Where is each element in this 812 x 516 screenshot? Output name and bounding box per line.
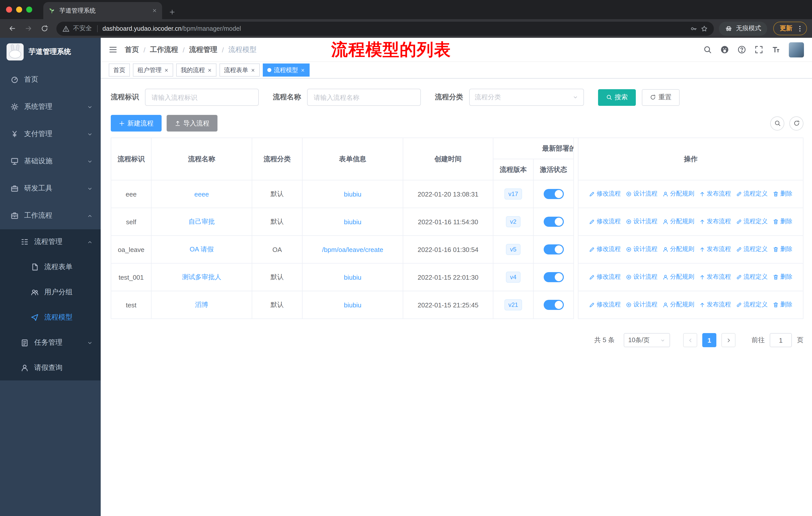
action-publish[interactable]: 发布流程 xyxy=(699,217,731,226)
process-name-input[interactable] xyxy=(307,89,421,106)
breadcrumb-item-workflow[interactable]: 工作流程 xyxy=(150,45,178,54)
sidebar-item-process-mgmt[interactable]: 流程管理 xyxy=(0,229,101,254)
action-design[interactable]: 设计流程 xyxy=(626,301,658,309)
breadcrumb-item-home[interactable]: 首页 xyxy=(125,45,139,54)
sidebar-item-payment[interactable]: 支付管理 xyxy=(0,120,101,147)
action-modify[interactable]: 修改流程 xyxy=(589,301,621,309)
tag-process-form[interactable]: 流程表单 xyxy=(220,63,260,77)
help-icon[interactable] xyxy=(737,45,746,54)
action-delete[interactable]: 删除 xyxy=(773,273,792,281)
forward-icon[interactable] xyxy=(21,21,35,35)
active-toggle[interactable] xyxy=(544,300,563,310)
sidebar-toggle-icon[interactable] xyxy=(109,45,117,54)
action-publish[interactable]: 发布流程 xyxy=(699,273,731,281)
action-definition[interactable]: 流程定义 xyxy=(736,217,768,226)
action-definition[interactable]: 流程定义 xyxy=(736,273,768,281)
action-modify[interactable]: 修改流程 xyxy=(589,245,621,254)
toggle-search-button[interactable] xyxy=(770,116,784,130)
sidebar-item-infrastructure[interactable]: 基础设施 xyxy=(0,147,101,175)
sidebar-item-process-form[interactable]: 流程表单 xyxy=(0,254,101,280)
action-design[interactable]: 设计流程 xyxy=(626,217,658,226)
sidebar-item-workflow[interactable]: 工作流程 xyxy=(0,202,101,229)
action-modify[interactable]: 修改流程 xyxy=(589,190,621,198)
sidebar-item-system[interactable]: 系统管理 xyxy=(0,93,101,120)
active-toggle[interactable] xyxy=(544,217,563,227)
zoom-window-button[interactable] xyxy=(26,6,32,12)
action-delete[interactable]: 删除 xyxy=(773,245,792,254)
action-assign[interactable]: 分配规则 xyxy=(663,190,694,198)
form-link[interactable]: /bpm/oa/leave/create xyxy=(322,246,383,253)
tag-close-icon[interactable] xyxy=(164,68,169,72)
form-link[interactable]: biubiu xyxy=(344,190,361,198)
close-window-button[interactable] xyxy=(6,6,12,12)
update-button[interactable]: 更新 xyxy=(773,22,807,35)
process-name-link[interactable]: 测试多审批人 xyxy=(182,273,221,281)
minimize-window-button[interactable] xyxy=(16,6,22,12)
address-bar[interactable]: 不安全 dashboard.yudao.iocoder.cn/bpm/manag… xyxy=(56,21,714,35)
process-name-link[interactable]: 滔博 xyxy=(195,301,208,308)
category-select[interactable]: 流程分类 xyxy=(469,89,584,106)
sidebar-item-dev-tools[interactable]: 研发工具 xyxy=(0,175,101,202)
search-icon[interactable] xyxy=(703,45,712,54)
action-design[interactable]: 设计流程 xyxy=(626,245,658,254)
sidebar-item-task-mgmt[interactable]: 任务管理 xyxy=(0,330,101,355)
goto-page-input[interactable] xyxy=(770,333,792,347)
action-assign[interactable]: 分配规则 xyxy=(663,301,694,309)
process-name-link[interactable]: OA 请假 xyxy=(190,245,213,253)
tag-tenant-mgmt[interactable]: 租户管理 xyxy=(133,63,173,77)
action-publish[interactable]: 发布流程 xyxy=(699,301,731,309)
active-toggle[interactable] xyxy=(544,189,563,199)
action-assign[interactable]: 分配规则 xyxy=(663,273,694,281)
font-size-icon[interactable] xyxy=(772,45,780,54)
new-tab-button[interactable] xyxy=(169,9,175,15)
action-delete[interactable]: 删除 xyxy=(773,301,792,309)
current-page-button[interactable]: 1 xyxy=(702,333,716,347)
form-link[interactable]: biubiu xyxy=(344,301,361,309)
fullscreen-icon[interactable] xyxy=(755,45,763,54)
action-definition[interactable]: 流程定义 xyxy=(736,301,768,309)
tab-close-icon[interactable] xyxy=(152,8,157,13)
form-link[interactable]: biubiu xyxy=(344,218,361,225)
key-icon[interactable] xyxy=(690,25,697,32)
action-delete[interactable]: 删除 xyxy=(773,190,792,198)
action-modify[interactable]: 修改流程 xyxy=(589,273,621,281)
sidebar-item-process-model[interactable]: 流程模型 xyxy=(0,305,101,330)
tag-my-process[interactable]: 我的流程 xyxy=(176,63,216,77)
active-toggle[interactable] xyxy=(544,244,563,254)
sidebar-item-user-group[interactable]: 用户分组 xyxy=(0,280,101,305)
bookmark-star-icon[interactable] xyxy=(701,25,708,32)
action-design[interactable]: 设计流程 xyxy=(626,190,658,198)
tag-close-icon[interactable] xyxy=(207,68,212,72)
tag-home[interactable]: 首页 xyxy=(109,63,130,77)
sidebar-item-home[interactable]: 首页 xyxy=(0,66,101,93)
next-page-button[interactable] xyxy=(721,333,735,347)
breadcrumb-item-process-mgmt[interactable]: 流程管理 xyxy=(189,45,218,54)
back-icon[interactable] xyxy=(5,21,19,35)
action-design[interactable]: 设计流程 xyxy=(626,273,658,281)
browser-menu-dots-icon[interactable] xyxy=(796,25,804,32)
process-id-input[interactable] xyxy=(145,89,259,106)
action-modify[interactable]: 修改流程 xyxy=(589,217,621,226)
reset-button[interactable]: 重置 xyxy=(642,89,679,106)
action-definition[interactable]: 流程定义 xyxy=(736,245,768,254)
prev-page-button[interactable] xyxy=(683,333,697,347)
import-process-button[interactable]: 导入流程 xyxy=(167,115,218,132)
action-assign[interactable]: 分配规则 xyxy=(663,217,694,226)
active-toggle[interactable] xyxy=(544,272,563,282)
tag-close-icon[interactable] xyxy=(300,68,305,72)
form-link[interactable]: biubiu xyxy=(344,273,361,281)
tag-process-model[interactable]: 流程模型 xyxy=(263,63,310,77)
process-name-link[interactable]: eeee xyxy=(194,190,209,198)
action-assign[interactable]: 分配规则 xyxy=(663,245,694,254)
github-icon[interactable] xyxy=(720,45,729,54)
action-publish[interactable]: 发布流程 xyxy=(699,190,731,198)
action-definition[interactable]: 流程定义 xyxy=(736,190,768,198)
browser-tab[interactable]: 芋道管理系统 xyxy=(43,2,162,19)
sidebar-item-leave-query[interactable]: 请假查询 xyxy=(0,355,101,380)
action-delete[interactable]: 删除 xyxy=(773,217,792,226)
user-avatar[interactable] xyxy=(789,42,804,57)
page-size-select[interactable]: 10条/页 xyxy=(624,333,670,347)
tag-close-icon[interactable] xyxy=(251,68,255,72)
reload-icon[interactable] xyxy=(37,21,51,35)
action-publish[interactable]: 发布流程 xyxy=(699,245,731,254)
